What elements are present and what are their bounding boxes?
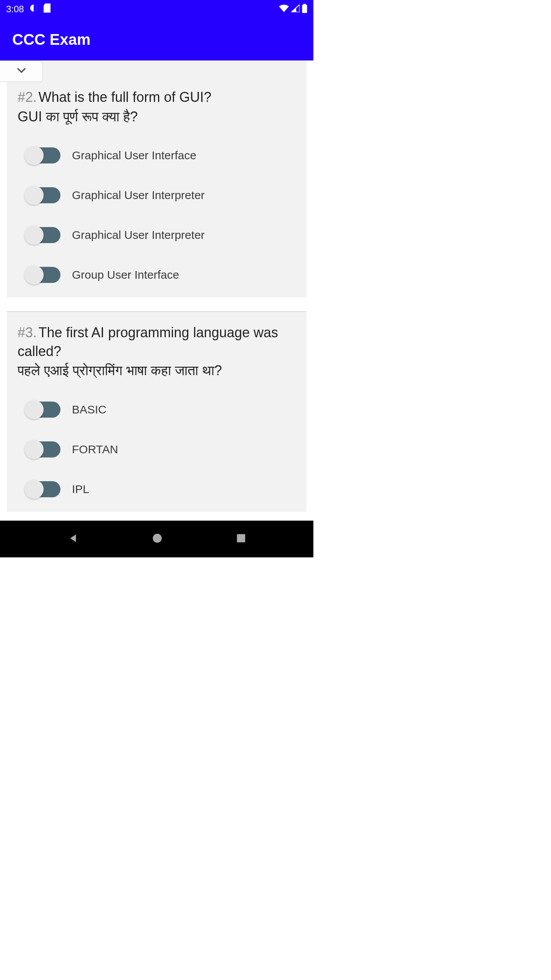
nav-bar — [0, 521, 313, 557]
option-label: FORTAN — [72, 443, 118, 456]
option-toggle[interactable] — [25, 481, 60, 497]
options-list: BASIC FORTAN IPL — [18, 402, 296, 497]
option-toggle[interactable] — [25, 147, 60, 163]
chevron-down-icon — [15, 64, 28, 79]
svg-point-3 — [153, 534, 162, 542]
option-row[interactable]: Graphical User Interface — [18, 147, 296, 163]
option-label: Graphical User Interpreter — [72, 229, 205, 242]
option-row[interactable]: BASIC — [18, 402, 296, 418]
svg-rect-4 — [237, 534, 245, 542]
status-bar: 3:08 — [0, 0, 313, 18]
recent-button[interactable] — [236, 533, 246, 545]
question-header: #3. The first AI programming language wa… — [18, 323, 296, 361]
app-title: CCC Exam — [12, 31, 91, 48]
signal-icon — [291, 5, 300, 14]
option-label: Graphical User Interpreter — [72, 189, 205, 202]
status-time: 3:08 — [6, 4, 24, 15]
option-toggle[interactable] — [25, 227, 60, 243]
question-number: #2. — [18, 89, 37, 105]
question-card: #3. The first AI programming language wa… — [7, 311, 306, 512]
app-bar: CCC Exam — [0, 18, 313, 60]
question-text-hi: GUI का पूर्ण रूप क्या है? — [18, 108, 296, 126]
option-toggle[interactable] — [25, 402, 60, 418]
battery-icon — [302, 4, 307, 15]
wifi-icon — [279, 5, 289, 14]
option-row[interactable]: Graphical User Interpreter — [18, 227, 296, 243]
question-card: #2. What is the full form of GUI? GUI का… — [7, 60, 306, 297]
question-header: #2. What is the full form of GUI? — [18, 88, 296, 107]
option-label: Graphical User Interface — [72, 149, 196, 162]
sd-card-icon — [43, 3, 51, 15]
question-text-hi: पहले एआई प्रोग्रामिंग भाषा कहा जाता था? — [18, 361, 296, 380]
question-number: #3. — [18, 325, 37, 340]
svg-rect-1 — [302, 5, 307, 13]
options-list: Graphical User Interface Graphical User … — [18, 147, 296, 283]
question-text-en: The first AI programming language was ca… — [18, 325, 278, 359]
back-button[interactable] — [67, 532, 79, 546]
status-right — [279, 4, 307, 15]
option-toggle[interactable] — [25, 187, 60, 203]
option-row[interactable]: Graphical User Interpreter — [18, 187, 296, 203]
svg-rect-2 — [303, 4, 306, 5]
option-label: BASIC — [72, 403, 106, 416]
content-area: #2. What is the full form of GUI? GUI का… — [0, 60, 313, 521]
option-label: Group User Interface — [72, 268, 179, 281]
option-toggle[interactable] — [25, 267, 60, 283]
option-row[interactable]: FORTAN — [18, 441, 296, 457]
option-toggle[interactable] — [25, 441, 60, 457]
option-row[interactable]: Group User Interface — [18, 267, 296, 283]
dropdown-tab[interactable] — [0, 60, 43, 82]
status-icon-1 — [29, 4, 38, 15]
option-row[interactable]: IPL — [18, 481, 296, 497]
option-label: IPL — [72, 483, 89, 496]
question-text-en: What is the full form of GUI? — [39, 89, 212, 105]
status-left: 3:08 — [6, 3, 51, 15]
home-button[interactable] — [152, 533, 163, 545]
